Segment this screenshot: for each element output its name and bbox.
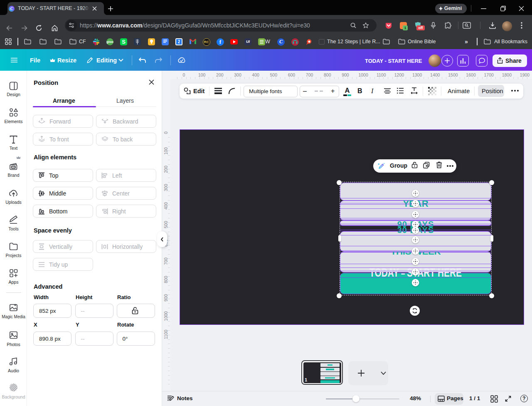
svg-text:C: C [10,7,13,11]
svg-text:CO: CO [12,166,15,168]
